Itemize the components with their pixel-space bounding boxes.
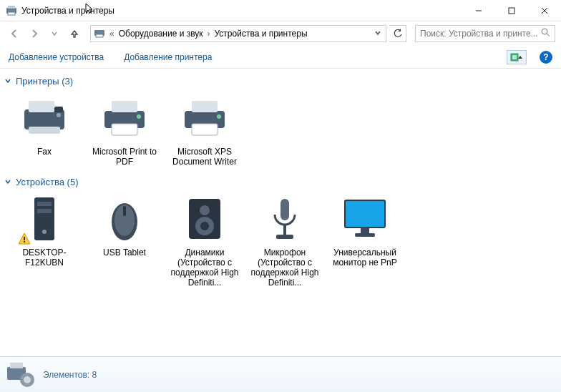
- search-box[interactable]: [415, 25, 555, 42]
- location-icon: [94, 27, 105, 41]
- svg-point-21: [137, 114, 141, 119]
- svg-rect-42: [345, 200, 385, 227]
- svg-rect-15: [29, 127, 60, 134]
- back-button[interactable]: [6, 25, 23, 42]
- group-header-printers[interactable]: Принтеры (3): [4, 76, 557, 87]
- svg-rect-8: [96, 34, 103, 37]
- svg-rect-17: [54, 107, 63, 112]
- devices-grid: DESKTOP-F12KUBN USB Tablet Динамики (Уст…: [4, 190, 557, 293]
- forward-button[interactable]: [26, 25, 43, 42]
- device-label: Microsoft XPS Document Writer: [166, 147, 243, 167]
- device-label: Микрофон (Устройство с поддержкой High D…: [246, 248, 323, 288]
- maximize-button[interactable]: [495, 0, 528, 21]
- chevron-left-icon: «: [108, 29, 116, 39]
- svg-rect-23: [192, 101, 218, 112]
- svg-rect-4: [509, 8, 514, 14]
- svg-rect-34: [123, 206, 126, 216]
- content-area: Принтеры (3) Fax Microsoft Print to PDF …: [0, 69, 561, 356]
- monitor-icon: [339, 193, 391, 245]
- svg-point-9: [542, 29, 547, 34]
- svg-rect-39: [280, 199, 289, 220]
- device-item-usb-tablet[interactable]: USB Tablet: [86, 193, 163, 288]
- svg-point-25: [217, 114, 221, 119]
- recent-locations-button[interactable]: [46, 25, 63, 42]
- computer-tower-icon: [19, 193, 70, 245]
- svg-rect-28: [37, 209, 52, 213]
- chevron-down-icon: [4, 177, 11, 187]
- speaker-icon: [179, 193, 230, 245]
- device-item-speakers[interactable]: Динамики (Устройство с поддержкой High D…: [166, 193, 243, 288]
- svg-rect-12: [512, 55, 517, 59]
- svg-rect-45: [355, 233, 375, 237]
- mouse-icon: [99, 193, 150, 245]
- svg-point-29: [42, 230, 47, 234]
- svg-rect-1: [8, 6, 15, 9]
- device-label: USB Tablet: [86, 248, 163, 258]
- svg-point-36: [200, 205, 210, 215]
- svg-rect-30: [24, 237, 25, 240]
- svg-rect-19: [112, 101, 137, 112]
- printer-icon: [99, 92, 150, 144]
- command-bar: Добавление устройства Добавление принтер…: [0, 46, 561, 69]
- svg-rect-40: [283, 225, 286, 235]
- warning-badge-icon: [17, 232, 31, 246]
- add-printer-button[interactable]: Добавление принтера: [124, 52, 212, 62]
- svg-rect-27: [37, 202, 52, 206]
- breadcrumb-part[interactable]: Оборудование и звук: [119, 29, 203, 39]
- device-label: DESKTOP-F12KUBN: [6, 248, 83, 268]
- svg-rect-41: [276, 235, 293, 239]
- svg-rect-44: [361, 227, 369, 233]
- device-label: Fax: [6, 147, 83, 157]
- device-item-print-pdf[interactable]: Microsoft Print to PDF: [86, 92, 163, 167]
- address-dropdown-icon[interactable]: [373, 29, 383, 39]
- search-icon: [541, 28, 550, 39]
- svg-point-16: [57, 113, 61, 117]
- device-item-xps[interactable]: Microsoft XPS Document Writer: [166, 92, 243, 167]
- up-button[interactable]: [66, 25, 83, 42]
- address-bar[interactable]: « Оборудование и звук › Устройства и при…: [90, 25, 386, 42]
- group-title: Принтеры (3): [16, 76, 73, 87]
- device-label: Универсальный монитор не PnP: [326, 248, 404, 268]
- refresh-button[interactable]: [389, 25, 406, 42]
- svg-point-38: [200, 222, 209, 230]
- device-label: Microsoft Print to PDF: [86, 147, 163, 167]
- svg-line-10: [547, 34, 550, 36]
- device-label: Динамики (Устройство с поддержкой High D…: [166, 248, 243, 288]
- view-options-button[interactable]: [507, 50, 527, 64]
- close-button[interactable]: [528, 0, 561, 21]
- group-title: Устройства (5): [16, 177, 79, 187]
- add-device-button[interactable]: Добавление устройства: [9, 52, 104, 62]
- cursor-icon: [84, 3, 96, 14]
- minimize-button[interactable]: [462, 0, 495, 21]
- svg-rect-31: [24, 241, 25, 242]
- svg-rect-14: [29, 101, 54, 112]
- search-input[interactable]: [420, 29, 538, 39]
- device-item-monitor[interactable]: Универсальный монитор не PnP: [326, 193, 404, 288]
- chevron-right-icon: ›: [206, 29, 212, 39]
- fax-icon: [19, 92, 70, 144]
- svg-rect-24: [192, 124, 218, 135]
- device-item-desktop[interactable]: DESKTOP-F12KUBN: [6, 193, 83, 288]
- printers-grid: Fax Microsoft Print to PDF Microsoft XPS…: [4, 89, 557, 172]
- status-bar: Элементов: 8: [0, 356, 561, 392]
- device-item-fax[interactable]: Fax: [6, 92, 83, 167]
- group-header-devices[interactable]: Устройства (5): [4, 177, 557, 187]
- navigation-bar: « Оборудование и звук › Устройства и при…: [0, 21, 561, 46]
- devices-printers-icon: [6, 5, 17, 16]
- status-text: Элементов: 8: [43, 370, 97, 380]
- svg-rect-2: [8, 12, 15, 15]
- svg-rect-20: [112, 124, 137, 135]
- microphone-icon: [259, 193, 311, 245]
- printer-icon: [179, 92, 230, 144]
- svg-rect-13: [24, 109, 64, 129]
- svg-rect-47: [10, 363, 23, 368]
- devices-status-icon: [6, 361, 36, 388]
- svg-point-49: [24, 376, 31, 383]
- device-item-microphone[interactable]: Микрофон (Устройство с поддержкой High D…: [246, 193, 323, 288]
- help-button[interactable]: ?: [540, 51, 552, 64]
- breadcrumb-part[interactable]: Устройства и принтеры: [215, 29, 308, 39]
- chevron-down-icon: [4, 76, 11, 87]
